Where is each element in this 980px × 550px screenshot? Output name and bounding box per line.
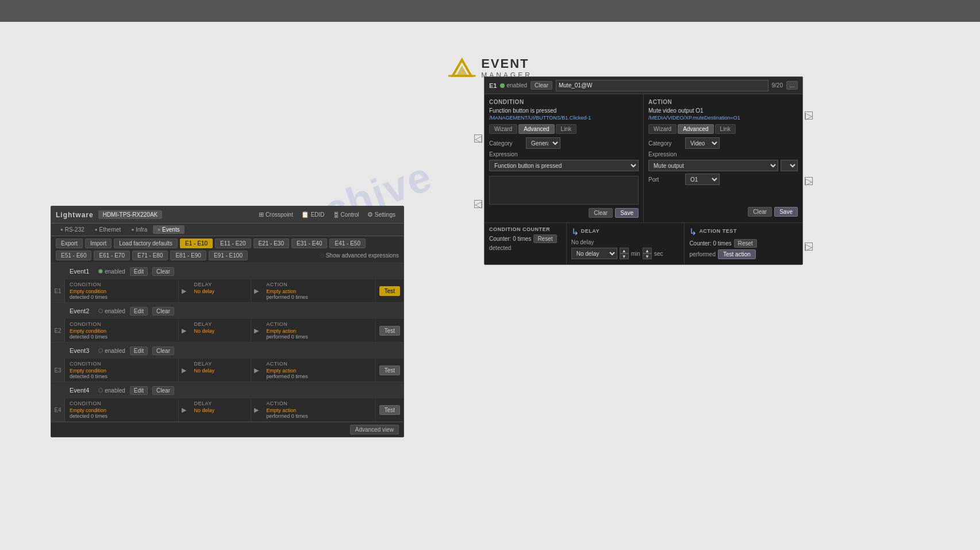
bracket-left-2: ◁ [474,200,482,208]
em-delay-sec-down[interactable]: ▼ [643,253,652,259]
em-enabled-toggle[interactable]: enabled [500,82,527,89]
event3-edit-button[interactable]: Edit [130,347,148,355]
em-test-action-button[interactable]: Test action [718,249,756,259]
nav-crosspoint[interactable]: ⊞ Crosspoint [255,210,297,220]
em-action-link-tab[interactable]: Link [715,124,736,134]
range-e91-e100[interactable]: E91 - E100 [209,251,248,260]
em-enabled-dot [500,83,505,88]
em-clear-button[interactable]: Clear [531,81,552,90]
nav-edid[interactable]: 📋 EDID [298,210,328,220]
ethernet-dot: ● [95,227,98,232]
em-condition-save-button[interactable]: Save [615,208,639,218]
em-delay-min-up[interactable]: ▲ [620,248,629,253]
event2-clear-button[interactable]: Clear [152,307,174,316]
event1-num-col: E1 [51,279,65,302]
show-advanced-toggle[interactable]: ○ Show advanced expressions [320,252,399,260]
event1-detected: detected 0 times [70,294,174,300]
event1-condition: CONDITION Empty condition detected 0 tim… [65,279,179,302]
event1-arrow2: ▶ [251,279,262,302]
em-action-port-select[interactable]: O1 [685,174,720,185]
em-action-test-reset-button[interactable]: Reset [734,239,757,248]
em-expand-button[interactable]: ... [786,81,798,90]
em-event-label: E1 [489,82,497,89]
event1-arrow1: ▶ [179,279,189,302]
em-delay-section: ↳ DELAY No delay No delay ▲ ▼ min ▲ ▼ [567,223,685,264]
tab-ethernet[interactable]: ● Ethernet [90,225,126,234]
event2-arrow1: ▶ [179,319,189,342]
top-bar [0,0,980,22]
event4-arrow2: ▶ [251,398,262,421]
range-e41-e50[interactable]: E41 - E50 [329,239,365,248]
event3-clear-button[interactable]: Clear [152,347,174,355]
event2-performed: performed 0 times [266,334,370,340]
event1-test-button[interactable]: Test [379,286,400,296]
event1-clear-button[interactable]: Clear [152,267,174,276]
load-factory-button[interactable]: Load factory defaults [114,239,178,248]
em-condition-col: CONDITION Function button is pressed /MA… [485,94,644,222]
em-name-input[interactable] [556,80,768,91]
event3-test-button[interactable]: Test [379,366,400,375]
nav-control[interactable]: 🎛 Control [329,210,363,220]
event3-enabled: enabled [98,348,125,354]
event4-arrow1: ▶ [179,398,189,421]
event4-clear-button[interactable]: Clear [152,386,174,395]
em-action-port-row: Port O1 [648,174,798,185]
range-e81-e90[interactable]: E81 - E90 [170,251,206,260]
range-e71-e80[interactable]: E71 - E80 [132,251,168,260]
advanced-view-button[interactable]: Advanced view [350,425,399,434]
em-delay-min-down[interactable]: ▼ [620,253,629,259]
tab-infra[interactable]: ● Infra [126,225,152,234]
em-action-advanced-tab[interactable]: Advanced [678,124,713,134]
em-action-path: /MEDIA/VIDEO/XP.muteDestination=O1 [648,115,798,121]
em-condition-category-select[interactable]: General [526,137,560,149]
event2-enabled: enabled [98,308,125,314]
em-action-expression-modifier[interactable]: ▼ [781,160,798,171]
event4-test-button[interactable]: Test [379,405,400,415]
event-group-2: Event2 enabled Edit Clear E2 CONDITION E… [51,303,403,343]
em-action-category-select[interactable]: Video [685,137,720,149]
range-e61-e70[interactable]: E61 - E70 [94,251,129,260]
lw-nav: ⊞ Crosspoint 📋 EDID 🎛 Control ⚙ Settings [255,210,399,220]
range-e21-e30[interactable]: E21 - E30 [253,239,289,248]
em-detected-text: detected [489,245,562,251]
event3-header: Event3 enabled Edit Clear [51,343,403,359]
lw-toolbar: Export Import Load factory defaults E1 -… [51,236,403,263]
range-e31-e40[interactable]: E31 - E40 [291,239,327,248]
em-condition-expression-select[interactable]: Function button is pressed [489,160,639,171]
em-condition-tabs: Wizard Advanced Link [489,124,639,134]
event2-detail: E2 CONDITION Empty condition detected 0 … [51,319,403,342]
em-action-expression-select[interactable]: Mute output [648,160,778,171]
nav-settings[interactable]: ⚙ Settings [364,210,399,220]
tab-rs232[interactable]: ● RS-232 [56,225,89,234]
event-group-3: Event3 enabled Edit Clear E3 CONDITION E… [51,343,403,382]
em-condition-wizard-tab[interactable]: Wizard [489,124,517,134]
em-action-clear-button[interactable]: Clear [748,207,772,217]
range-e51-e60[interactable]: E51 - E60 [56,251,91,260]
em-condition-clear-button[interactable]: Clear [589,208,613,218]
em-counter-reset-button[interactable]: Reset [533,234,556,243]
em-delay-select[interactable]: No delay [571,248,617,259]
event4-action: ACTION Empty action performed 0 times [262,398,375,421]
event2-edit-button[interactable]: Edit [130,307,148,316]
range-e11-e20[interactable]: E11 - E20 [215,239,251,248]
event3-enabled-dot [98,348,103,353]
tab-events[interactable]: ● Events [153,225,184,234]
event4-detected: detected 0 times [70,413,174,419]
em-condition-link-tab[interactable]: Link [556,124,577,134]
em-delay-sec-up[interactable]: ▲ [643,248,652,253]
em-condition-advanced-tab[interactable]: Advanced [518,124,554,134]
import-button[interactable]: Import [85,239,112,248]
em-performed-text: performed [689,251,716,257]
em-action-wizard-tab[interactable]: Wizard [648,124,677,134]
event4-edit-button[interactable]: Edit [130,386,148,395]
range-e1-e10[interactable]: E1 - E10 [180,239,213,248]
event2-test-button[interactable]: Test [379,326,400,336]
em-condition-counter-title: CONDITION COUNTER [489,226,562,232]
em-action-save-button[interactable]: Save [774,207,798,217]
event1-edit-button[interactable]: Edit [130,267,148,276]
em-delay-arrow-icon: ↳ [571,226,579,237]
export-button[interactable]: Export [56,239,83,248]
em-condition-textarea[interactable] [489,176,639,205]
event4-detail: E4 CONDITION Empty condition detected 0 … [51,398,403,421]
event3-num-col: E3 [51,359,65,382]
